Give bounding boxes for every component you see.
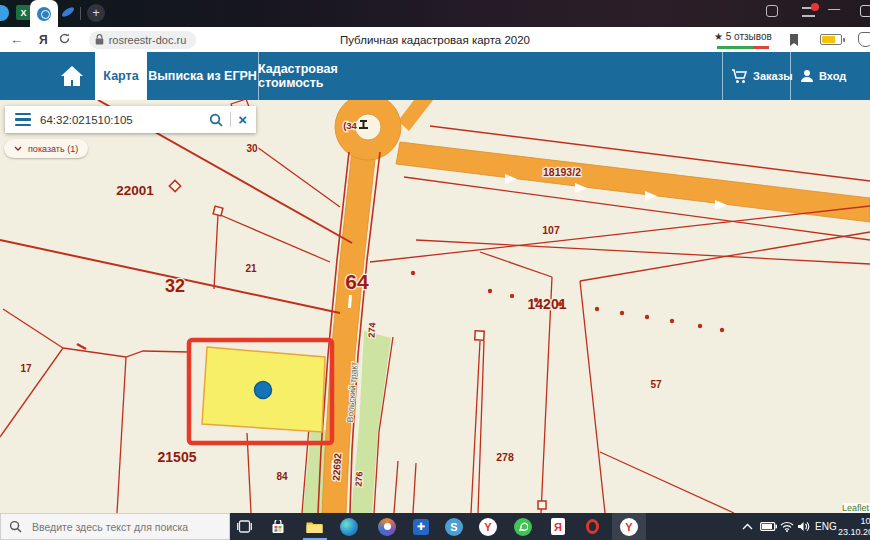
excel-tab-icon[interactable]: X bbox=[16, 5, 31, 20]
map-point-dot bbox=[720, 328, 724, 332]
tray-clock[interactable]: 10:28 23.10.2020 bbox=[838, 516, 870, 537]
rating-bar bbox=[717, 46, 769, 49]
map-attribution[interactable]: Leaflet bbox=[842, 503, 870, 513]
map-point-dot bbox=[670, 319, 674, 323]
tab-egrn-extract[interactable]: Выписка из ЕГРН bbox=[147, 52, 258, 100]
map-label: 21505 bbox=[158, 449, 197, 465]
map-label: (34 bbox=[343, 120, 357, 131]
site-favicon bbox=[37, 7, 51, 21]
edge-icon[interactable] bbox=[340, 518, 358, 536]
tray-language[interactable]: ENG bbox=[815, 513, 837, 540]
chevron-down-icon bbox=[14, 146, 22, 151]
map-label: 64 bbox=[345, 270, 369, 293]
map-label: 32 bbox=[165, 276, 185, 296]
windows-search-icon bbox=[9, 520, 22, 533]
map-label: 57 bbox=[650, 379, 662, 390]
yandex-browser-icon[interactable]: Y bbox=[479, 518, 497, 536]
active-yandex-browser-icon[interactable]: Y bbox=[620, 518, 638, 536]
lock-icon bbox=[95, 34, 104, 45]
map-point-dot bbox=[698, 324, 702, 328]
taskbar-search-input[interactable] bbox=[30, 520, 225, 534]
menu-icon[interactable] bbox=[15, 113, 31, 127]
maximize-button[interactable] bbox=[860, 5, 870, 17]
new-tab-button[interactable]: + bbox=[87, 4, 105, 22]
search-icon[interactable] bbox=[209, 113, 223, 127]
clear-search-icon[interactable]: × bbox=[238, 112, 247, 127]
map-label: 30 bbox=[246, 143, 258, 154]
site-navbar: Карта Выписка из ЕГРН Кадастровая стоимо… bbox=[0, 52, 870, 100]
map-label: 17 bbox=[20, 363, 32, 374]
paint-3d-icon[interactable] bbox=[378, 518, 396, 536]
tray-wifi-icon[interactable] bbox=[780, 513, 794, 540]
browser-titlebar: X + — bbox=[0, 0, 870, 27]
map-label: 278 bbox=[496, 451, 514, 463]
battery-icon[interactable] bbox=[820, 34, 842, 45]
home-button[interactable] bbox=[50, 52, 94, 100]
map-point-dot bbox=[510, 294, 514, 298]
active-tab[interactable] bbox=[30, 0, 58, 27]
map-label: 22692 bbox=[331, 452, 344, 481]
map-label: 276 bbox=[353, 471, 364, 487]
map-search-panel: × bbox=[5, 106, 256, 133]
star-icon: ★ bbox=[714, 31, 726, 42]
tray-chevron-icon[interactable] bbox=[742, 513, 753, 540]
refresh-icon[interactable] bbox=[58, 32, 71, 48]
taskbar-search[interactable] bbox=[0, 513, 230, 540]
map-point-dot bbox=[558, 302, 562, 306]
tab-cadastral-value[interactable]: Кадастровая стоимость bbox=[258, 52, 398, 100]
tab-separator bbox=[80, 7, 81, 20]
ms-store-icon[interactable] bbox=[269, 518, 287, 536]
download-badge bbox=[811, 3, 819, 11]
side-panel-icon[interactable] bbox=[766, 5, 778, 17]
map-point-dot bbox=[645, 315, 649, 319]
show-results-button[interactable]: показать (1) bbox=[4, 139, 88, 158]
map-point-dot bbox=[411, 271, 415, 275]
cart-icon bbox=[731, 69, 748, 84]
feather-tab-icon[interactable] bbox=[61, 6, 76, 19]
tray-volume-icon[interactable] bbox=[797, 513, 810, 540]
address-bar: ← Я rosreestr-doc.ru Публичная кадастров… bbox=[0, 27, 870, 52]
task-view-icon[interactable] bbox=[235, 518, 253, 536]
map-point-dot bbox=[488, 289, 492, 293]
map-label: 21 bbox=[245, 263, 257, 274]
page-title: Публичная кадастровая карта 2020 bbox=[340, 34, 530, 46]
site-rating[interactable]: ★ 5 отзывов bbox=[714, 31, 772, 42]
map-point-dot bbox=[620, 311, 624, 315]
user-icon bbox=[800, 69, 814, 83]
tray-battery-icon[interactable] bbox=[760, 513, 777, 540]
blue-app-icon[interactable]: ✚ bbox=[412, 518, 430, 536]
skype-icon[interactable]: S bbox=[445, 518, 463, 536]
yandex-icon[interactable]: Я bbox=[39, 33, 48, 47]
yandex-search-icon[interactable]: Я bbox=[549, 518, 567, 536]
map-label: 107 bbox=[542, 224, 560, 236]
map-label: 84 bbox=[276, 471, 288, 482]
map-label: 274 bbox=[367, 322, 378, 338]
url-text: rosreestr-doc.ru bbox=[109, 34, 187, 46]
orders-button[interactable]: Заказы bbox=[731, 52, 793, 100]
map-label: 18193/2 bbox=[543, 166, 581, 178]
minimize-button[interactable]: — bbox=[828, 2, 840, 16]
back-icon[interactable]: ← bbox=[10, 32, 23, 47]
url-field[interactable]: rosreestr-doc.ru bbox=[89, 31, 197, 49]
map-point-dot bbox=[534, 298, 538, 302]
windows-taskbar: ✚ S Y Я Y ENG 10:28 23.10.2020 bbox=[0, 513, 870, 540]
partial-tab-icon[interactable] bbox=[0, 5, 9, 21]
home-icon bbox=[60, 65, 84, 87]
search-result-marker[interactable] bbox=[255, 382, 272, 399]
opera-icon[interactable] bbox=[583, 518, 601, 536]
tray-time: 10:28 bbox=[838, 516, 870, 527]
cadastral-map[interactable]: 2200130(3432216418193/210714201274572782… bbox=[0, 100, 870, 513]
cadastral-search-input[interactable] bbox=[40, 114, 209, 126]
tab-map[interactable]: Карта bbox=[95, 52, 147, 100]
file-explorer-icon[interactable] bbox=[305, 518, 323, 536]
whatsapp-icon[interactable] bbox=[514, 518, 532, 536]
bookmark-icon[interactable] bbox=[789, 33, 799, 51]
tray-date: 23.10.2020 bbox=[838, 527, 870, 538]
screen: X + — ← Я rosreestr-doc.ru Публичная кад… bbox=[0, 0, 870, 540]
map-point-dot bbox=[595, 307, 599, 311]
protect-icon[interactable] bbox=[858, 32, 870, 47]
map-label: 22001 bbox=[116, 183, 154, 198]
map-canvas[interactable]: 2200130(3432216418193/210714201274572782… bbox=[0, 100, 870, 513]
login-button[interactable]: Вход bbox=[800, 52, 846, 100]
